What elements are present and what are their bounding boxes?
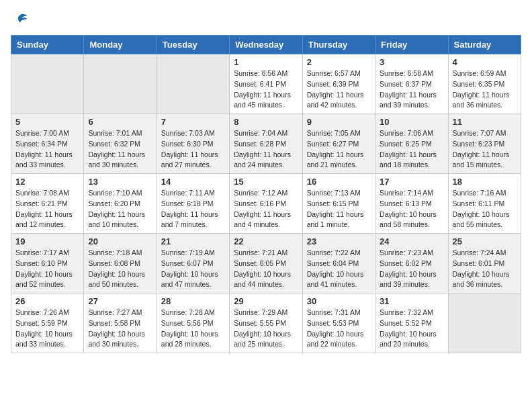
calendar-week-row: 5Sunrise: 7:00 AM Sunset: 6:34 PM Daylig… [11,114,521,174]
calendar-cell: 24Sunrise: 7:23 AM Sunset: 6:02 PM Dayli… [375,234,448,293]
day-number: 14 [161,177,225,187]
day-info: Sunrise: 7:08 AM Sunset: 6:21 PM Dayligh… [15,188,79,230]
calendar-cell: 25Sunrise: 7:24 AM Sunset: 6:01 PM Dayli… [448,234,521,293]
column-header-tuesday: Tuesday [157,36,229,54]
day-number: 4 [453,57,517,67]
calendar-cell: 12Sunrise: 7:08 AM Sunset: 6:21 PM Dayli… [11,174,84,234]
day-number: 16 [307,177,371,187]
day-number: 19 [15,236,79,246]
column-header-monday: Monday [84,36,157,54]
day-info: Sunrise: 7:12 AM Sunset: 6:16 PM Dayligh… [234,188,298,230]
calendar-cell [11,54,84,114]
day-number: 2 [307,57,371,67]
day-info: Sunrise: 7:18 AM Sunset: 6:08 PM Dayligh… [88,248,152,290]
calendar-cell: 6Sunrise: 7:01 AM Sunset: 6:32 PM Daylig… [84,114,157,174]
day-number: 8 [234,117,298,127]
day-number: 17 [380,177,443,187]
day-info: Sunrise: 7:24 AM Sunset: 6:01 PM Dayligh… [453,248,517,290]
day-info: Sunrise: 7:10 AM Sunset: 6:20 PM Dayligh… [88,188,152,230]
day-number: 9 [307,117,371,127]
day-number: 12 [15,177,79,187]
day-info: Sunrise: 6:56 AM Sunset: 6:41 PM Dayligh… [234,68,298,111]
calendar-cell: 4Sunrise: 6:59 AM Sunset: 6:35 PM Daylig… [448,54,521,114]
day-info: Sunrise: 7:14 AM Sunset: 6:13 PM Dayligh… [380,188,443,230]
day-number: 5 [15,117,79,127]
day-number: 7 [161,117,225,127]
day-info: Sunrise: 7:06 AM Sunset: 6:25 PM Dayligh… [380,128,443,171]
calendar-cell: 21Sunrise: 7:19 AM Sunset: 6:07 PM Dayli… [157,234,229,293]
day-info: Sunrise: 7:28 AM Sunset: 5:56 PM Dayligh… [161,308,225,350]
day-number: 15 [234,177,298,187]
day-number: 29 [234,296,298,306]
calendar-cell [84,54,157,114]
day-number: 18 [453,177,517,187]
calendar-cell: 3Sunrise: 6:58 AM Sunset: 6:37 PM Daylig… [375,54,448,114]
day-info: Sunrise: 7:00 AM Sunset: 6:34 PM Dayligh… [15,128,79,171]
day-info: Sunrise: 7:31 AM Sunset: 5:53 PM Dayligh… [307,308,371,350]
calendar-cell: 29Sunrise: 7:29 AM Sunset: 5:55 PM Dayli… [230,293,302,353]
day-info: Sunrise: 7:16 AM Sunset: 6:11 PM Dayligh… [453,188,517,230]
calendar-cell: 9Sunrise: 7:05 AM Sunset: 6:27 PM Daylig… [302,114,375,174]
day-info: Sunrise: 7:13 AM Sunset: 6:15 PM Dayligh… [307,188,371,230]
day-number: 30 [307,296,371,306]
calendar-cell: 11Sunrise: 7:07 AM Sunset: 6:23 PM Dayli… [448,114,521,174]
day-info: Sunrise: 7:19 AM Sunset: 6:07 PM Dayligh… [161,248,225,290]
day-number: 11 [453,117,517,127]
calendar-cell: 5Sunrise: 7:00 AM Sunset: 6:34 PM Daylig… [11,114,84,174]
logo-bird-icon [12,11,28,27]
calendar-header-row: SundayMondayTuesdayWednesdayThursdayFrid… [11,36,521,54]
calendar-cell: 31Sunrise: 7:32 AM Sunset: 5:52 PM Dayli… [375,293,448,353]
calendar-cell: 19Sunrise: 7:17 AM Sunset: 6:10 PM Dayli… [11,234,84,293]
day-number: 21 [161,236,225,246]
day-info: Sunrise: 7:23 AM Sunset: 6:02 PM Dayligh… [380,248,443,290]
column-header-friday: Friday [375,36,448,54]
day-number: 10 [380,117,443,127]
calendar-cell: 17Sunrise: 7:14 AM Sunset: 6:13 PM Dayli… [375,174,448,234]
column-header-saturday: Saturday [448,36,521,54]
calendar-cell: 1Sunrise: 6:56 AM Sunset: 6:41 PM Daylig… [230,54,302,114]
calendar-cell: 8Sunrise: 7:04 AM Sunset: 6:28 PM Daylig… [230,114,302,174]
day-number: 22 [234,236,298,246]
day-number: 20 [88,236,152,246]
calendar-week-row: 12Sunrise: 7:08 AM Sunset: 6:21 PM Dayli… [11,174,521,234]
day-info: Sunrise: 7:32 AM Sunset: 5:52 PM Dayligh… [380,308,443,350]
calendar-cell: 7Sunrise: 7:03 AM Sunset: 6:30 PM Daylig… [157,114,229,174]
day-number: 1 [234,57,298,67]
day-info: Sunrise: 7:07 AM Sunset: 6:23 PM Dayligh… [453,128,517,171]
logo [11,11,28,27]
day-number: 27 [88,296,152,306]
calendar-cell: 27Sunrise: 7:27 AM Sunset: 5:58 PM Dayli… [84,293,157,353]
day-info: Sunrise: 7:17 AM Sunset: 6:10 PM Dayligh… [15,248,79,290]
day-info: Sunrise: 7:11 AM Sunset: 6:18 PM Dayligh… [161,188,225,230]
calendar-cell: 15Sunrise: 7:12 AM Sunset: 6:16 PM Dayli… [230,174,302,234]
day-number: 25 [453,236,517,246]
day-number: 28 [161,296,225,306]
day-info: Sunrise: 7:27 AM Sunset: 5:58 PM Dayligh… [88,308,152,350]
calendar-cell: 26Sunrise: 7:26 AM Sunset: 5:59 PM Dayli… [11,293,84,353]
calendar-cell: 2Sunrise: 6:57 AM Sunset: 6:39 PM Daylig… [302,54,375,114]
day-info: Sunrise: 7:03 AM Sunset: 6:30 PM Dayligh… [161,128,225,171]
calendar-cell: 22Sunrise: 7:21 AM Sunset: 6:05 PM Dayli… [230,234,302,293]
day-number: 13 [88,177,152,187]
calendar-cell: 14Sunrise: 7:11 AM Sunset: 6:18 PM Dayli… [157,174,229,234]
calendar-cell: 20Sunrise: 7:18 AM Sunset: 6:08 PM Dayli… [84,234,157,293]
calendar-week-row: 26Sunrise: 7:26 AM Sunset: 5:59 PM Dayli… [11,293,521,353]
calendar-week-row: 1Sunrise: 6:56 AM Sunset: 6:41 PM Daylig… [11,54,521,114]
calendar-cell [448,293,521,353]
day-number: 6 [88,117,152,127]
calendar-table: SundayMondayTuesdayWednesdayThursdayFrid… [11,35,521,353]
day-number: 23 [307,236,371,246]
column-header-thursday: Thursday [302,36,375,54]
day-number: 31 [380,296,443,306]
day-info: Sunrise: 6:58 AM Sunset: 6:37 PM Dayligh… [380,68,443,111]
day-info: Sunrise: 7:21 AM Sunset: 6:05 PM Dayligh… [234,248,298,290]
calendar-cell: 10Sunrise: 7:06 AM Sunset: 6:25 PM Dayli… [375,114,448,174]
calendar-week-row: 19Sunrise: 7:17 AM Sunset: 6:10 PM Dayli… [11,234,521,293]
day-info: Sunrise: 7:29 AM Sunset: 5:55 PM Dayligh… [234,308,298,350]
day-number: 26 [15,296,79,306]
day-number: 24 [380,236,443,246]
day-info: Sunrise: 7:04 AM Sunset: 6:28 PM Dayligh… [234,128,298,171]
column-header-sunday: Sunday [11,36,84,54]
day-info: Sunrise: 7:22 AM Sunset: 6:04 PM Dayligh… [307,248,371,290]
day-info: Sunrise: 7:01 AM Sunset: 6:32 PM Dayligh… [88,128,152,171]
